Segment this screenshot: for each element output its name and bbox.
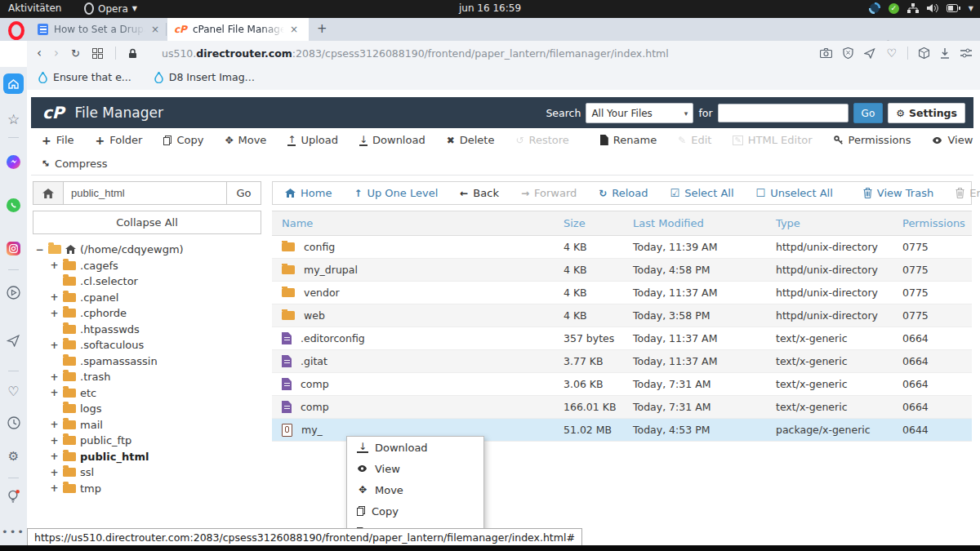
search-scope-select[interactable]: All Your Files▾ <box>586 103 693 123</box>
collapse-toggle[interactable]: − <box>35 244 44 256</box>
back-icon[interactable]: ‹ <box>37 46 42 60</box>
toolbar-item-download[interactable]: ↓Download <box>349 134 436 146</box>
table-row-comp[interactable]: comp166.01 KBToday, 7:31 AMtext/x-generi… <box>272 396 972 419</box>
player-icon[interactable] <box>0 286 27 300</box>
my-flow-plane-icon[interactable] <box>864 48 875 59</box>
system-clock[interactable]: jun 16 16:59 <box>459 2 521 14</box>
path-input[interactable] <box>64 181 227 205</box>
tree-item-etc[interactable]: +etc <box>35 385 272 402</box>
toolbar-item-delete[interactable]: ✖Delete <box>436 134 506 146</box>
tree-item-cagefs[interactable]: +.cagefs <box>35 258 272 274</box>
table-row-config[interactable]: config4 KBToday, 11:39 AMhttpd/unix-dire… <box>272 236 972 259</box>
reload-icon[interactable]: ↻ <box>71 47 80 60</box>
tree-item-cpanel[interactable]: +.cpanel <box>35 290 272 306</box>
settings-gear-icon[interactable]: ⚙ <box>0 449 27 464</box>
url-field[interactable]: us510.directrouter.com:2083/cpsess312608… <box>162 47 669 60</box>
sidebar-overflow-button[interactable]: ••• <box>0 526 27 538</box>
tree-item-softaculous[interactable]: +.softaculous <box>35 337 272 353</box>
nav-reload[interactable]: ↻Reload <box>599 187 648 199</box>
expand-toggle[interactable]: + <box>50 467 59 478</box>
toolbar-item-compress[interactable]: ↔Compress <box>31 158 118 170</box>
expand-toggle[interactable]: + <box>50 435 59 447</box>
toolbar-item-folder[interactable]: +Folder <box>85 134 154 146</box>
table-row-editorconfig[interactable]: .editorconfig357 bytesToday, 11:37 AMtex… <box>272 327 972 350</box>
expand-toggle[interactable]: + <box>50 340 59 351</box>
speed-dial-tiles-icon[interactable] <box>92 48 103 59</box>
tree-item-tmp[interactable]: +tmp <box>35 481 272 497</box>
toolbar-item-upload[interactable]: ↑Upload <box>277 134 349 146</box>
toolbar-item-view[interactable]: View <box>921 134 980 146</box>
lock-icon[interactable] <box>128 48 137 59</box>
opera-logo[interactable] <box>8 21 24 40</box>
toolbar-item-rename[interactable]: Rename <box>590 134 667 146</box>
tune-sliders-icon[interactable] <box>960 48 972 58</box>
tree-item-spamassassin[interactable]: .spamassassin <box>35 353 272 370</box>
opera-app-menu[interactable]: Opera ▼ <box>84 2 137 15</box>
nav-up-one-level[interactable]: ↑Up One Level <box>354 187 438 199</box>
column-header-name[interactable]: Name <box>272 217 564 229</box>
activities-button[interactable]: Aktivitäten <box>8 2 61 14</box>
tree-item-ssl[interactable]: +ssl <box>35 464 272 481</box>
history-clock-icon[interactable] <box>0 416 27 429</box>
new-tab-button[interactable]: + <box>317 21 327 36</box>
expand-toggle[interactable]: + <box>50 482 59 494</box>
search-go-button[interactable]: Go <box>853 103 884 123</box>
table-row-web[interactable]: web4 KBToday, 3:58 PMhttpd/unix-director… <box>272 304 972 327</box>
messenger-icon[interactable] <box>0 153 27 169</box>
context-menu-download[interactable]: ↓Download <box>347 437 483 458</box>
table-row-gitat[interactable]: .gitat3.77 KBToday, 11:37 AMtext/x-gener… <box>272 350 972 373</box>
tree-item-logs[interactable]: logs <box>35 401 272 417</box>
search-input[interactable] <box>718 104 849 122</box>
expand-toggle[interactable]: + <box>50 419 59 430</box>
nav-unselect-all[interactable]: ☐Unselect All <box>756 187 833 199</box>
tab-cpanel-file-manager[interactable]: cP cPanel File Manager × <box>167 18 309 41</box>
tab-drupal-article[interactable]: How to Set a Drupal × <box>31 18 166 41</box>
nav-select-all[interactable]: ☑Select All <box>670 187 734 199</box>
forward-icon[interactable]: › <box>54 46 59 60</box>
context-menu-copy[interactable]: Copy <box>347 500 483 522</box>
adblock-shield-icon[interactable] <box>843 47 853 59</box>
context-menu-view[interactable]: View <box>347 458 483 479</box>
bookmark-ensure-that-e[interactable]: Ensure that e... <box>38 71 131 83</box>
tree-item-htpasswds[interactable]: .htpasswds <box>35 322 272 338</box>
tree-item-trash[interactable]: +.trash <box>35 369 272 385</box>
toolbar-item-permissions[interactable]: Permissions <box>823 134 922 146</box>
toolbar-item-copy[interactable]: Copy <box>153 134 214 146</box>
column-header-type[interactable]: Type <box>776 217 902 229</box>
tree-item-cphorde[interactable]: +.cphorde <box>35 305 272 322</box>
path-go-button[interactable]: Go <box>226 181 261 205</box>
tree-item-public-html[interactable]: +public_html <box>35 449 272 465</box>
nav-view-trash[interactable]: View Trash <box>863 187 933 199</box>
snapshot-camera-icon[interactable] <box>820 48 832 58</box>
home-path-button[interactable] <box>33 181 64 205</box>
column-header-last-modified[interactable]: Last Modified <box>633 217 776 229</box>
settings-button[interactable]: ⚙Settings <box>888 103 965 123</box>
toolbar-item-file[interactable]: +File <box>31 134 85 146</box>
expand-toggle[interactable]: + <box>50 260 59 271</box>
bookmark-d8-insert-imag[interactable]: D8 Insert Imag… <box>154 71 255 83</box>
expand-toggle[interactable]: + <box>50 308 59 319</box>
whatsapp-icon[interactable] <box>0 198 27 213</box>
table-row-my-drupal[interactable]: my_drupal4 KBToday, 4:58 PMhttpd/unix-di… <box>272 259 972 282</box>
expand-toggle[interactable]: + <box>50 387 59 398</box>
nav-back[interactable]: ←Back <box>460 187 499 199</box>
bookmark-heart-icon[interactable]: ♡ <box>886 47 897 60</box>
collapse-all-button[interactable]: Collapse All <box>33 211 261 234</box>
favorites-heart-icon[interactable]: ♡ <box>0 384 27 399</box>
tree-item-mail[interactable]: +mail <box>35 417 272 433</box>
bookmarks-star-icon[interactable]: ☆ <box>0 111 27 127</box>
close-tab-icon[interactable]: × <box>290 24 298 35</box>
expand-toggle[interactable]: + <box>50 291 59 303</box>
expand-toggle[interactable]: + <box>50 451 59 462</box>
extensions-cube-icon[interactable] <box>919 47 929 59</box>
close-tab-icon[interactable]: × <box>151 24 159 35</box>
easy-setup-bulb-icon[interactable] <box>0 490 27 503</box>
tree-item-public-ftp[interactable]: +public_ftp <box>35 433 272 449</box>
speed-dial-home-icon[interactable] <box>3 73 24 94</box>
system-tray[interactable]: ✓ ▼ <box>869 2 973 14</box>
toolbar-item-move[interactable]: ✥Move <box>214 134 277 146</box>
nav-home[interactable]: Home <box>285 187 332 199</box>
table-row-vendor[interactable]: vendor4 KBToday, 11:37 AMhttpd/unix-dire… <box>272 282 972 304</box>
downloads-icon[interactable] <box>940 48 950 59</box>
context-menu-move[interactable]: ✥Move <box>347 479 483 500</box>
